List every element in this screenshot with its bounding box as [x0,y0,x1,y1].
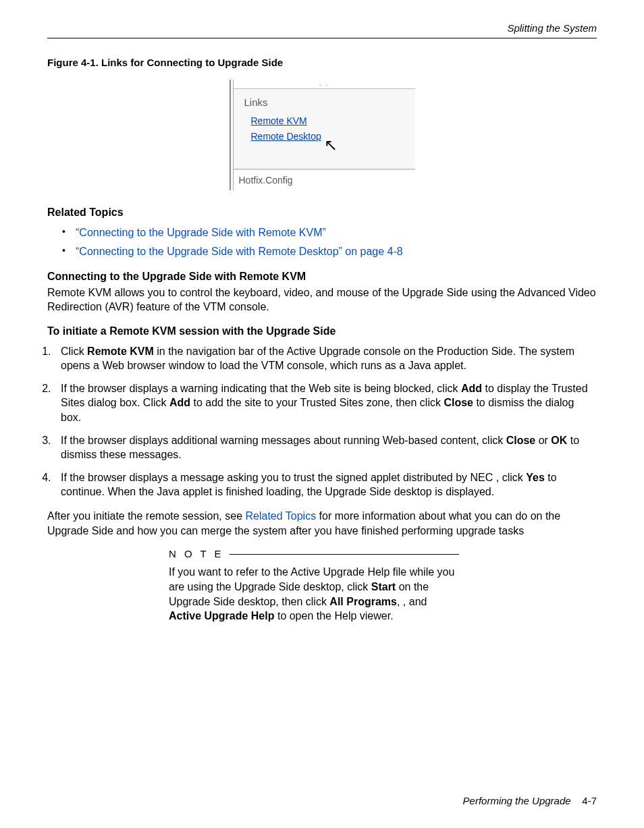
step-bold: Close [506,435,536,446]
step-bold: Add [461,383,482,394]
step-bold: Remote KVM [87,346,154,357]
note-block: N O T E If you want to refer to the Acti… [169,547,459,624]
figure-links-panel: Links Remote KVM Remote Desktop ↖ [234,89,415,169]
step-bold: OK [551,435,567,446]
step-bold: Add [169,397,190,408]
related-topic-item: “Connecting to the Upgrade Side with Rem… [65,244,597,259]
note-bold: All Programs [329,596,397,607]
related-topic-link-1[interactable]: “Connecting to the Upgrade Side with Rem… [76,227,326,238]
note-bold: Start [371,581,396,592]
related-topics-heading: Related Topics [47,205,597,220]
subheading-remote-kvm: Connecting to the Upgrade Side with Remo… [47,269,597,284]
step-3: If the browser displays additional warni… [54,433,597,462]
page-footer: Performing the Upgrade 4-7 [463,794,597,808]
note-text: , , and [397,596,427,607]
related-topic-item: “Connecting to the Upgrade Side with Rem… [65,225,597,240]
figure-status-bar: Hotfix.Config [234,169,415,191]
related-topics-list: “Connecting to the Upgrade Side with Rem… [47,225,597,258]
note-text: to open the Help viewer. [274,610,393,622]
note-rule [230,554,459,555]
figure-image: · · Links Remote KVM Remote Desktop ↖ Ho… [47,80,597,191]
cursor-icon: ↖ [324,137,338,153]
step-text: If the browser displays a message asking… [61,472,526,483]
step-text: or [535,435,551,446]
figure-link-remote-kvm[interactable]: Remote KVM [251,115,406,128]
after-text: After you initiate the remote session, s… [47,510,245,522]
subheading-initiate-session: To initiate a Remote KVM session with th… [47,324,597,339]
step-1: Click Remote KVM in the navigation bar o… [54,344,597,373]
step-bold: Close [444,397,473,408]
related-topics-link-inline[interactable]: Related Topics [245,510,316,522]
step-text: If the browser displays additional warni… [61,435,506,446]
footer-title: Performing the Upgrade [463,795,571,806]
paragraph: Remote KVM allows you to control the key… [47,285,597,314]
step-4: If the browser displays a message asking… [54,470,597,499]
steps-list: Click Remote KVM in the navigation bar o… [47,344,597,499]
footer-page: 4-7 [582,795,597,806]
note-body: If you want to refer to the Active Upgra… [169,565,459,623]
step-text: to add the site to your Trusted Sites zo… [190,397,444,408]
figure-links-heading: Links [244,96,406,109]
related-topic-link-2[interactable]: “Connecting to the Upgrade Side with Rem… [76,246,403,257]
figure-caption: Figure 4-1. Links for Connecting to Upgr… [47,56,597,70]
running-header: Splitting the System [47,22,597,35]
note-bold: Active Upgrade Help [169,610,274,622]
step-bold: Yes [526,472,545,483]
step-text: If the browser displays a warning indica… [61,383,461,394]
note-label: N O T E [169,547,230,561]
step-text: Click [61,346,87,357]
header-rule [47,38,597,38]
paragraph-after: After you initiate the remote session, s… [47,509,597,538]
step-2: If the browser displays a warning indica… [54,381,597,425]
